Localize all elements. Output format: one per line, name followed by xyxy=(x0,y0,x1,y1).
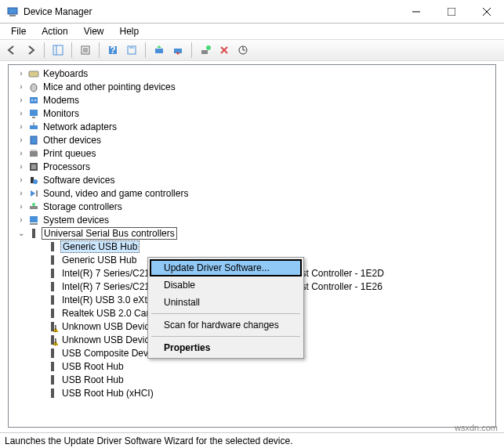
close-button[interactable] xyxy=(469,0,504,23)
ctx-scan[interactable]: Scan for hardware changes xyxy=(150,316,302,334)
svg-rect-16 xyxy=(155,49,163,53)
tree-item-device[interactable]: Generic USB Hub xyxy=(10,240,494,253)
svg-point-53 xyxy=(51,282,54,285)
tree-item-label: Network adapters xyxy=(42,121,118,132)
expand-icon[interactable]: › xyxy=(16,96,26,104)
usb-device-icon xyxy=(46,374,59,386)
svg-rect-28 xyxy=(30,110,38,116)
uninstall-button[interactable] xyxy=(216,42,233,59)
tree-item[interactable]: ›System devices xyxy=(10,213,494,226)
expand-icon[interactable]: › xyxy=(16,122,26,131)
expand-icon[interactable]: › xyxy=(16,135,26,144)
menu-action[interactable]: Action xyxy=(35,24,74,38)
tree-item-label: Storage controllers xyxy=(42,201,124,212)
tree-item-label: Mice and other pointing devices xyxy=(42,81,177,92)
tree-item[interactable]: ›Mice and other pointing devices xyxy=(10,80,494,93)
menu-view[interactable]: View xyxy=(78,24,111,38)
svg-point-45 xyxy=(32,229,35,232)
tree-item[interactable]: ›Monitors xyxy=(10,107,494,120)
usb-device-icon xyxy=(46,267,59,280)
update-driver-button[interactable] xyxy=(150,42,168,59)
category-icon xyxy=(27,147,40,160)
ctx-update-driver[interactable]: Update Driver Software... xyxy=(150,259,302,276)
tree-item[interactable]: ›Other devices xyxy=(10,133,494,146)
toolbar-separator xyxy=(71,42,72,58)
svg-rect-42 xyxy=(30,216,38,222)
usb-device-icon xyxy=(46,240,59,253)
tree-item-label: USB Root Hub xyxy=(60,361,125,372)
expand-icon[interactable]: › xyxy=(16,109,26,117)
tree-item[interactable]: ›Modems xyxy=(10,93,494,107)
expand-icon[interactable]: › xyxy=(16,215,26,224)
menu-file[interactable]: File xyxy=(5,24,32,38)
expand-icon[interactable]: › xyxy=(16,162,26,171)
tree-item-label: Modems xyxy=(42,95,81,106)
menu-help[interactable]: Help xyxy=(114,24,146,38)
show-hide-tree-button[interactable] xyxy=(49,42,67,59)
ctx-separator xyxy=(151,313,300,314)
tree-item-label: Print queues xyxy=(42,148,97,159)
ctx-disable[interactable]: Disable xyxy=(150,276,302,294)
collapse-icon[interactable]: ⌄ xyxy=(16,229,26,237)
svg-point-49 xyxy=(51,255,54,258)
ctx-uninstall[interactable]: Uninstall xyxy=(150,294,302,311)
svg-point-38 xyxy=(33,179,38,184)
tree-item[interactable]: ›Keyboards xyxy=(10,67,494,80)
category-icon xyxy=(27,94,40,107)
ctx-properties[interactable]: Properties xyxy=(150,339,302,356)
category-icon xyxy=(27,214,40,226)
titlebar: Device Manager xyxy=(0,0,504,23)
forward-button[interactable] xyxy=(22,42,39,59)
tree-item-label: Universal Serial Bus controllers xyxy=(42,227,177,240)
svg-rect-3 xyxy=(448,8,455,16)
toolbar-separator xyxy=(44,42,45,58)
tree-item-label: Generic USB Hub xyxy=(60,240,140,253)
svg-point-67 xyxy=(51,362,54,365)
tree-item-device[interactable]: USB Root Hub xyxy=(10,359,494,373)
back-button[interactable] xyxy=(3,42,20,59)
scan-hardware-button[interactable] xyxy=(234,42,252,59)
tree-item[interactable]: ›Print queues xyxy=(10,146,494,160)
disable-button[interactable] xyxy=(169,42,187,59)
svg-point-19 xyxy=(206,45,211,50)
statusbar: Launches the Update Driver Software Wiza… xyxy=(0,432,504,448)
action-button[interactable] xyxy=(123,42,140,59)
expand-icon[interactable]: › xyxy=(16,175,26,184)
usb-device-icon xyxy=(46,360,59,373)
svg-point-24 xyxy=(31,84,37,92)
toolbar-separator xyxy=(145,42,146,58)
usb-device-icon: ! xyxy=(46,320,59,333)
tree-item[interactable]: ›Processors xyxy=(10,160,494,173)
expand-icon[interactable]: › xyxy=(16,149,26,157)
expand-icon[interactable]: › xyxy=(16,69,26,78)
category-icon xyxy=(27,107,40,120)
svg-point-65 xyxy=(51,349,54,352)
tree-item-usb-controllers[interactable]: ⌄ Universal Serial Bus controllers xyxy=(10,226,494,240)
svg-point-27 xyxy=(34,99,36,101)
help-button[interactable]: ? xyxy=(104,42,121,59)
expand-icon[interactable]: › xyxy=(16,189,26,197)
device-tree[interactable]: ›Keyboards›Mice and other pointing devic… xyxy=(8,64,496,428)
tree-item[interactable]: ›Network adapters xyxy=(10,120,494,133)
tree-item[interactable]: ›Software devices xyxy=(10,173,494,186)
expand-icon[interactable]: › xyxy=(16,202,26,211)
minimize-button[interactable] xyxy=(398,0,433,23)
usb-device-icon: ! xyxy=(46,334,59,346)
tree-item[interactable]: ›Sound, video and game controllers xyxy=(10,186,494,200)
tree-item-device[interactable]: USB Root Hub (xHCI) xyxy=(10,386,494,399)
tree-item-device[interactable]: USB Root Hub xyxy=(10,373,494,386)
svg-point-69 xyxy=(51,375,54,378)
svg-rect-6 xyxy=(53,45,63,55)
maximize-button[interactable] xyxy=(433,0,469,23)
svg-point-57 xyxy=(51,309,54,312)
svg-point-55 xyxy=(51,295,54,298)
svg-rect-23 xyxy=(29,71,38,77)
properties-button[interactable] xyxy=(77,42,94,59)
svg-rect-33 xyxy=(30,151,38,157)
tree-item[interactable]: ›Storage controllers xyxy=(10,200,494,213)
svg-text:!: ! xyxy=(54,336,56,345)
svg-rect-1 xyxy=(9,15,16,16)
enable-device-button[interactable] xyxy=(197,42,214,59)
usb-device-icon xyxy=(46,347,59,359)
expand-icon[interactable]: › xyxy=(16,82,26,91)
